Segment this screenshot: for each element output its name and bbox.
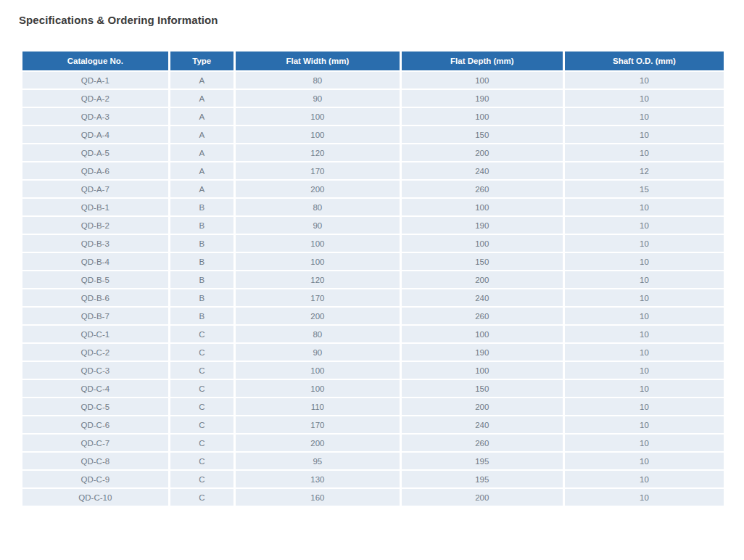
table-cell: QD-C-10 xyxy=(22,488,170,506)
table-row: QD-C-10C16020010 xyxy=(22,488,725,506)
table-cell: 120 xyxy=(234,144,400,162)
table-cell: 10 xyxy=(563,198,724,216)
table-cell: 10 xyxy=(563,271,724,289)
page-title: Specifications & Ordering Information xyxy=(19,13,744,27)
table-cell: 10 xyxy=(563,452,724,470)
table-row: QD-B-7B20026010 xyxy=(22,307,725,325)
table-cell: B xyxy=(169,216,234,234)
table-cell: 100 xyxy=(234,361,400,379)
table-cell: 10 xyxy=(563,89,724,107)
table-cell: 10 xyxy=(563,234,724,252)
table-cell: 10 xyxy=(563,379,724,398)
table-cell: A xyxy=(169,89,234,107)
table-cell: 200 xyxy=(400,144,563,162)
table-cell: QD-C-1 xyxy=(22,325,170,343)
table-cell: C xyxy=(169,343,234,361)
table-cell: B xyxy=(169,234,234,252)
table-cell: 10 xyxy=(563,325,724,343)
table-cell: 170 xyxy=(234,162,400,180)
table-cell: C xyxy=(169,488,234,506)
table-cell: QD-C-7 xyxy=(22,434,170,452)
table-cell: QD-A-4 xyxy=(22,125,170,144)
table-cell: 195 xyxy=(400,452,563,470)
table-cell: 190 xyxy=(400,343,563,361)
table-row: QD-B-2B9019010 xyxy=(22,216,725,234)
table-cell: C xyxy=(169,361,234,379)
table-cell: QD-B-4 xyxy=(22,252,170,271)
table-cell: 150 xyxy=(400,125,563,144)
table-cell: QD-B-6 xyxy=(22,289,170,307)
table-cell: 90 xyxy=(234,216,400,234)
table-cell: 240 xyxy=(400,162,563,180)
table-cell: B xyxy=(169,307,234,325)
table-cell: QD-B-7 xyxy=(22,307,170,325)
table-row: QD-A-5A12020010 xyxy=(22,144,725,162)
table-cell: 100 xyxy=(234,379,400,398)
table-cell: 15 xyxy=(563,180,724,198)
table-cell: 10 xyxy=(563,289,724,307)
table-cell: 150 xyxy=(400,379,563,398)
column-header: Flat Depth (mm) xyxy=(400,51,563,71)
table-cell: 10 xyxy=(563,416,724,434)
table-row: QD-B-4B10015010 xyxy=(22,252,725,271)
table-cell: 100 xyxy=(400,198,563,216)
table-cell: QD-C-5 xyxy=(22,398,170,416)
table-cell: 100 xyxy=(234,234,400,252)
table-row: QD-A-7A20026015 xyxy=(22,180,725,198)
table-cell: 10 xyxy=(563,470,724,488)
table-cell: A xyxy=(169,107,234,125)
table-cell: 10 xyxy=(563,488,724,506)
specifications-table: Catalogue No.TypeFlat Width (mm)Flat Dep… xyxy=(20,50,726,507)
table-cell: 10 xyxy=(563,434,724,452)
table-cell: 100 xyxy=(400,325,563,343)
table-row: QD-C-6C17024010 xyxy=(22,416,725,434)
table-cell: 200 xyxy=(400,271,563,289)
table-cell: QD-C-2 xyxy=(22,343,170,361)
table-cell: 260 xyxy=(400,307,563,325)
table-cell: 10 xyxy=(563,107,724,125)
table-cell: QD-B-5 xyxy=(22,271,170,289)
table-cell: 170 xyxy=(234,289,400,307)
table-cell: 195 xyxy=(400,470,563,488)
table-cell: 190 xyxy=(400,216,563,234)
table-cell: C xyxy=(169,434,234,452)
table-cell: 100 xyxy=(400,361,563,379)
table-cell: QD-A-5 xyxy=(22,144,170,162)
column-header: Catalogue No. xyxy=(22,51,170,71)
header-row: Catalogue No.TypeFlat Width (mm)Flat Dep… xyxy=(22,51,725,71)
table-cell: A xyxy=(169,144,234,162)
table-cell: 10 xyxy=(563,216,724,234)
table-cell: 10 xyxy=(563,398,724,416)
table-cell: 10 xyxy=(563,125,724,144)
table-cell: B xyxy=(169,289,234,307)
table-cell: 170 xyxy=(234,416,400,434)
table-cell: QD-C-3 xyxy=(22,361,170,379)
table-cell: 10 xyxy=(563,71,724,89)
table-cell: 100 xyxy=(400,107,563,125)
table-cell: 260 xyxy=(400,434,563,452)
table-cell: B xyxy=(169,252,234,271)
table-cell: C xyxy=(169,379,234,398)
table-cell: 130 xyxy=(234,470,400,488)
table-cell: QD-A-3 xyxy=(22,107,170,125)
table-cell: 160 xyxy=(234,488,400,506)
table-row: QD-A-4A10015010 xyxy=(22,125,725,144)
table-row: QD-C-5C11020010 xyxy=(22,398,725,416)
table-cell: 100 xyxy=(234,252,400,271)
table-cell: A xyxy=(169,162,234,180)
table-cell: 100 xyxy=(234,125,400,144)
table-cell: 10 xyxy=(563,307,724,325)
table-cell: QD-B-3 xyxy=(22,234,170,252)
table-row: QD-B-5B12020010 xyxy=(22,271,725,289)
table-cell: QD-A-6 xyxy=(22,162,170,180)
table-cell: C xyxy=(169,452,234,470)
table-cell: 95 xyxy=(234,452,400,470)
table-cell: 120 xyxy=(234,271,400,289)
table-cell: 200 xyxy=(400,488,563,506)
table-row: QD-A-6A17024012 xyxy=(22,162,725,180)
table-cell: 260 xyxy=(400,180,563,198)
table-row: QD-C-9C13019510 xyxy=(22,470,725,488)
table-cell: 10 xyxy=(563,343,724,361)
table-row: QD-C-8C9519510 xyxy=(22,452,725,470)
column-header: Type xyxy=(169,51,234,71)
